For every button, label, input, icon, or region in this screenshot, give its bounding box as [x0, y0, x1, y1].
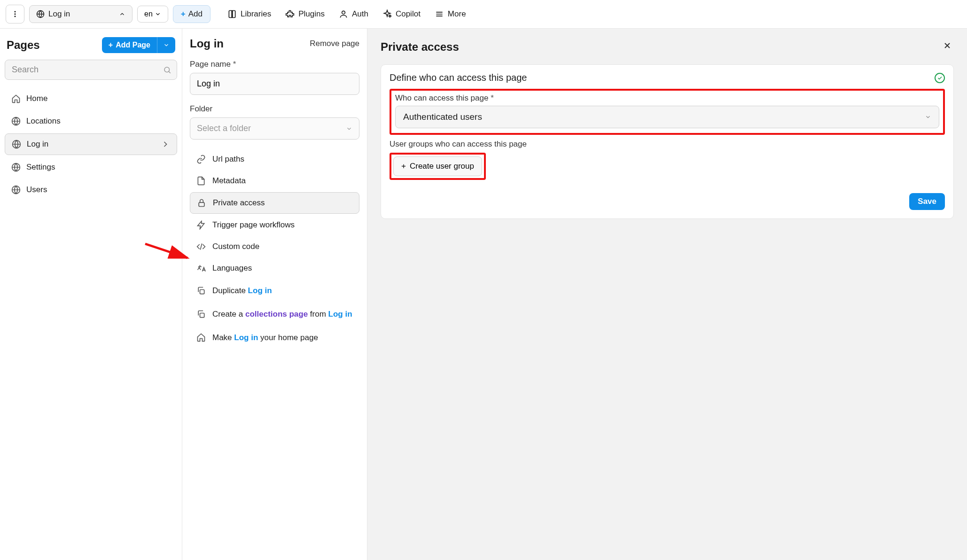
menu-trigger-workflows[interactable]: Trigger page workflows	[190, 215, 359, 235]
page-item-locations[interactable]: Locations	[5, 111, 177, 132]
chevron-down-icon	[163, 42, 170, 48]
add-page-dropdown[interactable]	[157, 37, 175, 53]
close-button[interactable]	[941, 39, 954, 55]
svg-point-5	[164, 67, 170, 72]
remove-page-link[interactable]: Remove page	[310, 39, 359, 48]
home-icon	[196, 333, 206, 342]
page-settings-panel: Log in Remove page Page name * Folder Se…	[182, 29, 367, 560]
svg-rect-13	[200, 313, 204, 317]
chevron-down-icon	[346, 125, 352, 132]
folder-label: Folder	[190, 104, 359, 114]
language-button[interactable]: en	[137, 6, 168, 23]
page-item-login[interactable]: Log in	[5, 133, 177, 155]
sidebar: Pages + Add Page Home	[0, 29, 182, 560]
menu-url-paths[interactable]: Url paths	[190, 149, 359, 170]
right-panel: Private access Define who can access thi…	[367, 29, 967, 560]
lock-icon	[197, 198, 206, 208]
link-icon	[196, 155, 206, 164]
nav-more[interactable]: More	[430, 6, 471, 23]
globe-icon	[11, 163, 21, 172]
svg-point-1	[15, 14, 16, 15]
groups-label: User groups who can access this page	[390, 140, 945, 149]
chevron-right-icon	[161, 140, 170, 149]
who-access-highlight: Who can access this page * Authenticated…	[390, 89, 945, 135]
menu-make-home[interactable]: Make Log in your home page	[190, 327, 359, 349]
add-button[interactable]: + Add	[173, 5, 211, 23]
file-icon	[196, 176, 206, 186]
topbar: Log in en + Add Libraries Plugins Auth C…	[0, 0, 967, 29]
globe-icon	[12, 140, 21, 149]
create-group-highlight: + Create user group	[390, 153, 486, 180]
page-selector-label: Log in	[48, 9, 70, 19]
nav-libraries[interactable]: Libraries	[223, 6, 276, 23]
menu-create-collections[interactable]: Create a collections page from Log in	[190, 303, 359, 326]
sidebar-title: Pages	[7, 39, 40, 52]
puzzle-icon	[285, 9, 295, 19]
copy-icon	[196, 286, 206, 296]
add-label: Add	[188, 9, 203, 19]
menu-duplicate[interactable]: Duplicate Log in	[190, 280, 359, 302]
menu-languages[interactable]: Languages	[190, 258, 359, 279]
menu-metadata[interactable]: Metadata	[190, 171, 359, 191]
card-title: Define who can access this page	[390, 72, 527, 83]
language-label: en	[144, 10, 153, 18]
translate-icon	[196, 264, 206, 273]
close-icon	[943, 41, 952, 50]
chevron-up-icon	[119, 11, 125, 17]
plus-icon: +	[109, 41, 113, 49]
bolt-icon	[196, 220, 206, 230]
svg-point-0	[15, 11, 16, 13]
copy-icon	[196, 310, 206, 319]
globe-icon	[36, 10, 45, 18]
nav-auth[interactable]: Auth	[334, 6, 373, 23]
menu-private-access[interactable]: Private access	[190, 192, 359, 214]
access-card: Define who can access this page Who can …	[381, 64, 954, 219]
search-icon	[163, 66, 172, 74]
who-access-dropdown[interactable]: Authenticated users	[395, 106, 939, 128]
page-name-input[interactable]	[190, 73, 359, 95]
add-page-button[interactable]: + Add Page	[102, 37, 157, 53]
user-icon	[339, 9, 348, 19]
page-item-users[interactable]: Users	[5, 179, 177, 200]
book-icon	[227, 9, 237, 19]
check-icon	[937, 75, 943, 81]
nav-plugins[interactable]: Plugins	[281, 6, 329, 23]
nav-copilot[interactable]: Copilot	[378, 6, 425, 23]
right-panel-title: Private access	[381, 40, 459, 54]
menu-icon	[435, 9, 444, 19]
search-input[interactable]	[5, 60, 177, 80]
page-item-settings[interactable]: Settings	[5, 157, 177, 178]
menu-button[interactable]	[6, 5, 24, 23]
menu-custom-code[interactable]: Custom code	[190, 236, 359, 257]
globe-icon	[11, 185, 21, 194]
page-title: Log in	[190, 37, 224, 50]
globe-icon	[11, 117, 21, 126]
svg-point-2	[15, 16, 16, 17]
svg-rect-11	[199, 202, 204, 206]
svg-rect-12	[200, 289, 204, 294]
sparkle-icon	[382, 9, 392, 19]
page-selector[interactable]: Log in	[29, 5, 133, 23]
create-user-group-button[interactable]: + Create user group	[393, 156, 482, 176]
dots-vertical-icon	[11, 10, 19, 18]
plus-icon: +	[181, 9, 186, 19]
who-access-label: Who can access this page *	[395, 93, 939, 103]
plus-icon: +	[401, 162, 406, 171]
chevron-down-icon	[925, 114, 931, 120]
page-item-home[interactable]: Home	[5, 88, 177, 109]
folder-select[interactable]: Select a folder	[190, 117, 359, 140]
chevron-down-icon	[155, 11, 161, 17]
page-name-label: Page name *	[190, 60, 359, 69]
svg-point-4	[342, 11, 345, 14]
save-button[interactable]: Save	[909, 193, 945, 210]
check-badge	[935, 73, 945, 83]
code-icon	[196, 242, 206, 251]
home-icon	[11, 94, 21, 103]
